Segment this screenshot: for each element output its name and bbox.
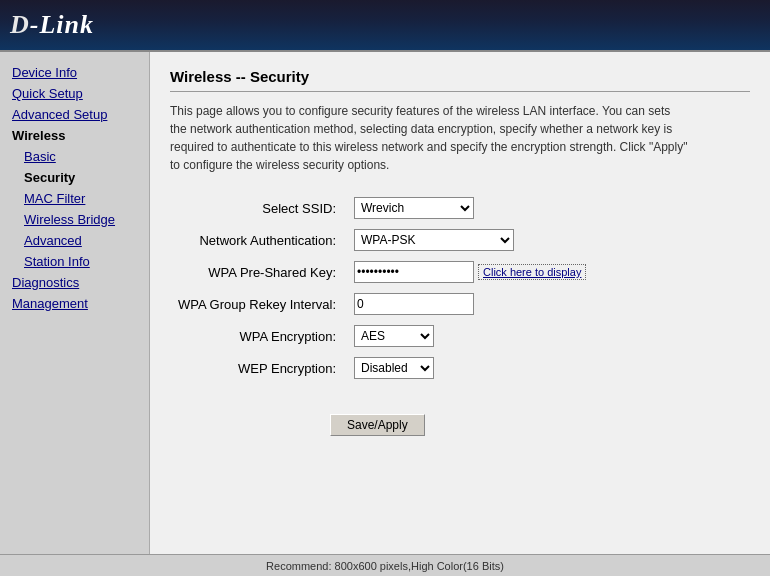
- rekey-row: WPA Group Rekey Interval:: [170, 288, 594, 320]
- psk-row: WPA Pre-Shared Key: Click here to displa…: [170, 256, 594, 288]
- ssid-cell: Wrevich: [346, 192, 594, 224]
- sidebar-item-security[interactable]: Security: [0, 167, 149, 188]
- footer: Recommend: 800x600 pixels,High Color(16 …: [0, 554, 770, 576]
- dlink-logo: D-Link: [10, 10, 94, 40]
- ssid-label: Select SSID:: [170, 192, 346, 224]
- sidebar-item-diagnostics[interactable]: Diagnostics: [0, 272, 149, 293]
- footer-text: Recommend: 800x600 pixels,High Color(16 …: [266, 560, 504, 572]
- sidebar: Device Info Quick Setup Advanced Setup W…: [0, 52, 150, 554]
- wpa-enc-row: WPA Encryption: AES TKIP AES+TKIP: [170, 320, 594, 352]
- psk-cell: Click here to display: [346, 256, 594, 288]
- wpa-enc-cell: AES TKIP AES+TKIP: [346, 320, 594, 352]
- rekey-cell: [346, 288, 594, 320]
- sidebar-item-management[interactable]: Management: [0, 293, 149, 314]
- security-form: Select SSID: Wrevich Network Authenticat…: [170, 192, 594, 384]
- ssid-row: Select SSID: Wrevich: [170, 192, 594, 224]
- sidebar-item-basic[interactable]: Basic: [0, 146, 149, 167]
- sidebar-item-advanced[interactable]: Advanced: [0, 230, 149, 251]
- auth-cell: WPA-PSK WPA2-PSK Open Shared WPA WPA2: [346, 224, 594, 256]
- page-description: This page allows you to configure securi…: [170, 102, 690, 174]
- psk-input-row: Click here to display: [354, 261, 586, 283]
- click-display-button[interactable]: Click here to display: [478, 264, 586, 280]
- page-title: Wireless -- Security: [170, 68, 750, 92]
- wpa-enc-select[interactable]: AES TKIP AES+TKIP: [354, 325, 434, 347]
- wep-enc-row: WEP Encryption: Disabled Enabled: [170, 352, 594, 384]
- sidebar-item-advanced-setup[interactable]: Advanced Setup: [0, 104, 149, 125]
- main-container: Device Info Quick Setup Advanced Setup W…: [0, 52, 770, 554]
- sidebar-item-station-info[interactable]: Station Info: [0, 251, 149, 272]
- sidebar-item-mac-filter[interactable]: MAC Filter: [0, 188, 149, 209]
- wep-enc-select[interactable]: Disabled Enabled: [354, 357, 434, 379]
- header: D-Link: [0, 0, 770, 52]
- wep-enc-cell: Disabled Enabled: [346, 352, 594, 384]
- sidebar-item-wireless: Wireless: [0, 125, 149, 146]
- psk-label: WPA Pre-Shared Key:: [170, 256, 346, 288]
- sidebar-item-quick-setup[interactable]: Quick Setup: [0, 83, 149, 104]
- auth-select[interactable]: WPA-PSK WPA2-PSK Open Shared WPA WPA2: [354, 229, 514, 251]
- psk-input[interactable]: [354, 261, 474, 283]
- save-button-container: Save/Apply: [170, 404, 750, 436]
- auth-label: Network Authentication:: [170, 224, 346, 256]
- wep-enc-label: WEP Encryption:: [170, 352, 346, 384]
- save-apply-button[interactable]: Save/Apply: [330, 414, 425, 436]
- sidebar-item-device-info[interactable]: Device Info: [0, 62, 149, 83]
- sidebar-item-wireless-bridge[interactable]: Wireless Bridge: [0, 209, 149, 230]
- content-area: Wireless -- Security This page allows yo…: [150, 52, 770, 554]
- rekey-label: WPA Group Rekey Interval:: [170, 288, 346, 320]
- rekey-input[interactable]: [354, 293, 474, 315]
- wpa-enc-label: WPA Encryption:: [170, 320, 346, 352]
- auth-row: Network Authentication: WPA-PSK WPA2-PSK…: [170, 224, 594, 256]
- ssid-select[interactable]: Wrevich: [354, 197, 474, 219]
